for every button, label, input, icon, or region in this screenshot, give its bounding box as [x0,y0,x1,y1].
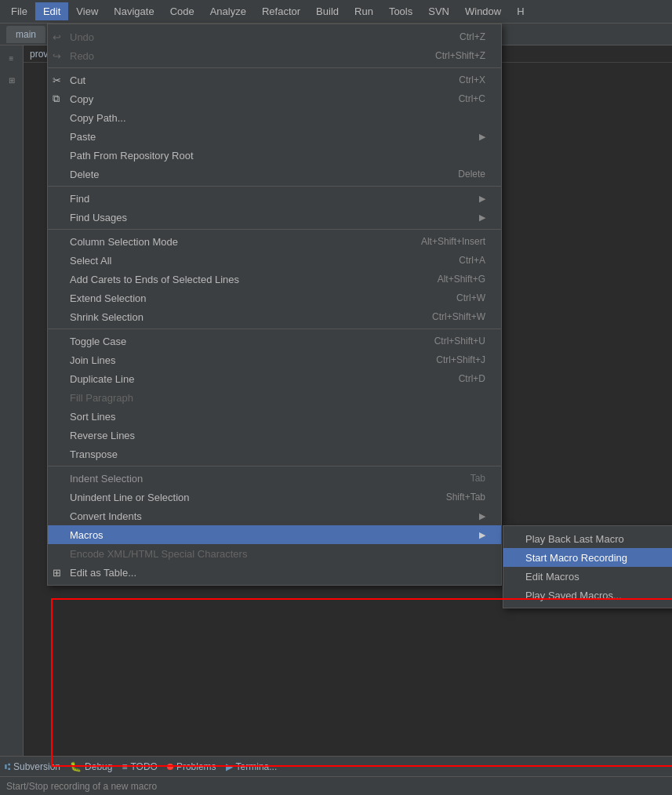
menu-analyze[interactable]: Analyze [202,2,254,20]
menu-copy-path[interactable]: Copy Path... [48,108,501,127]
menu-redo[interactable]: ↪ Redo Ctrl+Shift+Z [48,46,501,65]
sidebar-icon-2[interactable]: ⊞ [2,71,21,89]
problems-dot-icon [167,764,173,770]
menu-join-lines-shortcut: Ctrl+Shift+J [436,354,485,365]
menu-find[interactable]: Find ▶ [48,189,501,208]
menu-indent-shortcut: Tab [470,473,485,484]
menu-toggle-case[interactable]: Toggle Case Ctrl+Shift+U [48,332,501,350]
edit-menu: ↩ Undo Ctrl+Z ↪ Redo Ctrl+Shift+Z ✂ Cut … [47,24,502,586]
menu-start-recording[interactable]: Start Macro Recording [503,548,672,567]
menu-convert-indents[interactable]: Convert Indents ▶ [48,506,501,525]
menu-path-from-repo[interactable]: Path From Repository Root [48,146,501,165]
bottom-toolbar: ⑆ Subversion 🐛 Debug ≡ TODO Problems ▶ T… [0,756,672,776]
menu-help[interactable]: H [509,2,532,20]
menu-edit-macros-label: Edit Macros [525,571,579,583]
menu-indent-label: Indent Selection [70,473,143,485]
menu-macros[interactable]: Macros ▶ Play Back Last Macro Start Macr… [48,525,501,544]
cut-icon: ✂ [53,74,61,86]
menu-undo[interactable]: ↩ Undo Ctrl+Z [48,27,501,46]
sidebar-icon-1[interactable]: ≡ [2,49,21,67]
toolbar-debug[interactable]: 🐛 Debug [70,761,112,772]
convert-indents-arrow-icon: ▶ [479,511,485,521]
menu-fill-paragraph-label: Fill Paragraph [70,392,133,404]
toolbar-terminal[interactable]: ▶ Termina... [226,761,278,772]
menu-transpose-label: Transpose [70,448,118,460]
menu-fill-paragraph[interactable]: Fill Paragraph [48,388,501,407]
menu-undo-label: Undo [70,31,94,43]
toolbar-todo[interactable]: ≡ TODO [122,761,157,772]
menu-transpose[interactable]: Transpose [48,445,501,463]
menu-play-back-last-label: Play Back Last Macro [525,533,624,545]
menu-tools[interactable]: Tools [381,2,420,20]
menu-code[interactable]: Code [162,2,202,20]
menu-toggle-case-label: Toggle Case [70,336,126,347]
toolbar-todo-label: TODO [130,761,157,772]
menu-file[interactable]: File [3,2,35,20]
separator-3 [48,229,501,230]
menu-encode-xml[interactable]: Encode XML/HTML Special Characters [48,544,501,563]
menu-duplicate-line-shortcut: Ctrl+D [459,373,485,384]
status-text: Start/Stop recording of a new macro [6,781,157,792]
menu-reverse-lines[interactable]: Reverse Lines [48,426,501,445]
menu-path-from-repo-label: Path From Repository Root [70,150,194,162]
menu-play-saved-label: Play Saved Macros... [525,590,622,601]
menu-indent-selection[interactable]: Indent Selection Tab [48,469,501,488]
menu-find-usages-label: Find Usages [70,212,127,223]
menu-copy-label: Copy [70,93,93,105]
menu-shrink-selection-shortcut: Ctrl+Shift+W [432,311,485,322]
menu-add-carets-label: Add Carets to Ends of Selected Lines [70,274,239,285]
menu-sort-lines[interactable]: Sort Lines [48,407,501,426]
menu-refactor[interactable]: Refactor [254,2,308,20]
menu-select-all-label: Select All [70,255,111,267]
menu-cut-label: Cut [70,74,85,86]
menu-select-all[interactable]: Select All Ctrl+A [48,251,501,270]
menu-build[interactable]: Build [308,2,347,20]
menu-unindent[interactable]: Unindent Line or Selection Shift+Tab [48,488,501,506]
menu-redo-shortcut: Ctrl+Shift+Z [435,50,485,61]
menu-play-saved[interactable]: Play Saved Macros... [503,586,672,604]
menu-sort-lines-label: Sort Lines [70,411,116,423]
menu-shrink-selection[interactable]: Shrink Selection Ctrl+Shift+W [48,307,501,326]
menu-add-carets[interactable]: Add Carets to Ends of Selected Lines Alt… [48,270,501,289]
menu-start-recording-label: Start Macro Recording [525,552,627,564]
menu-shrink-selection-label: Shrink Selection [70,311,143,323]
menu-column-selection[interactable]: Column Selection Mode Alt+Shift+Insert [48,232,501,251]
menu-edit-as-table[interactable]: ⊞ Edit as Table... [48,563,501,582]
menu-extend-selection[interactable]: Extend Selection Ctrl+W [48,289,501,307]
menu-join-lines[interactable]: Join Lines Ctrl+Shift+J [48,350,501,369]
menu-delete[interactable]: Delete Delete [48,165,501,183]
toolbar-problems-label: Problems [176,761,216,772]
menu-unindent-shortcut: Shift+Tab [446,492,485,503]
menu-play-back-last[interactable]: Play Back Last Macro [503,529,672,548]
menu-join-lines-label: Join Lines [70,354,116,366]
menu-copy-path-label: Copy Path... [70,112,126,124]
menu-view[interactable]: View [68,2,106,20]
menu-delete-shortcut: Delete [458,169,485,180]
menu-find-usages[interactable]: Find Usages ▶ [48,208,501,227]
menu-edit-macros[interactable]: Edit Macros [503,567,672,586]
menu-duplicate-line-label: Duplicate Line [70,373,134,385]
separator-4 [48,329,501,329]
menu-edit[interactable]: Edit [35,2,68,20]
menu-cut[interactable]: ✂ Cut Ctrl+X [48,71,501,89]
menu-paste-label: Paste [70,131,96,143]
menu-copy-shortcut: Ctrl+C [459,93,485,104]
menu-svn[interactable]: SVN [420,2,457,20]
menu-duplicate-line[interactable]: Duplicate Line Ctrl+D [48,369,501,388]
separator-2 [48,186,501,187]
tab-main-label: main [16,29,36,40]
tab-main[interactable]: main [6,26,45,43]
menu-redo-label: Redo [70,50,94,62]
macros-arrow-icon: ▶ [479,530,485,540]
menu-window[interactable]: Window [457,2,509,20]
menu-paste[interactable]: Paste ▶ [48,127,501,146]
toolbar-subversion[interactable]: ⑆ Subversion [5,761,60,772]
menu-extend-selection-shortcut: Ctrl+W [456,292,485,303]
menu-navigate[interactable]: Navigate [106,2,162,20]
menu-macros-label: Macros [70,529,104,541]
subversion-icon: ⑆ [5,761,10,772]
menu-copy[interactable]: ⧉ Copy Ctrl+C [48,89,501,108]
toolbar-problems[interactable]: Problems [167,761,216,772]
menu-run[interactable]: Run [347,2,381,20]
menu-undo-shortcut: Ctrl+Z [460,31,485,42]
